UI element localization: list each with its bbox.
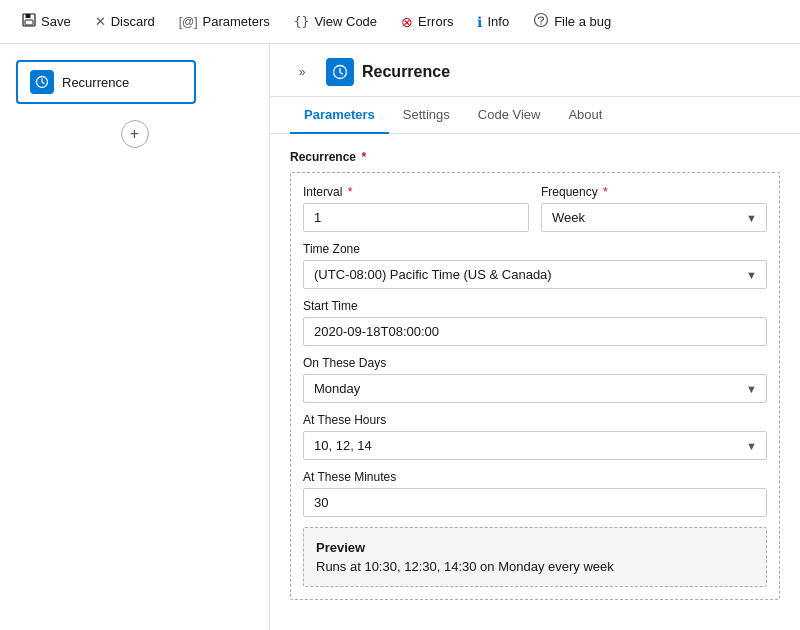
interval-input[interactable] <box>303 203 529 232</box>
errors-icon: ⊗ <box>401 14 413 30</box>
save-label: Save <box>41 14 71 29</box>
expand-button[interactable]: » <box>290 60 314 84</box>
interval-field-group: Interval * <box>303 185 529 232</box>
svg-rect-2 <box>25 20 33 25</box>
onthesedays-label: On These Days <box>303 356 767 370</box>
errors-label: Errors <box>418 14 453 29</box>
info-icon: ℹ <box>477 14 482 30</box>
filebug-label: File a bug <box>554 14 611 29</box>
timezone-select-wrapper: (UTC-08:00) Pacific Time (US & Canada) (… <box>303 260 767 289</box>
preview-text: Runs at 10:30, 12:30, 14:30 on Monday ev… <box>316 559 754 574</box>
atthesehours-label: At These Hours <box>303 413 767 427</box>
starttime-label: Start Time <box>303 299 767 313</box>
starttime-input[interactable] <box>303 317 767 346</box>
parameters-button[interactable]: [@] Parameters <box>169 9 280 34</box>
attheseminutes-label: At These Minutes <box>303 470 767 484</box>
frequency-select-wrapper: Week Day Hour Minute Month ▼ <box>541 203 767 232</box>
recurrence-icon <box>30 70 54 94</box>
starttime-field-group: Start Time <box>303 299 767 346</box>
recurrence-dashed-box: Interval * Frequency * Week Day Hour <box>290 172 780 600</box>
save-icon <box>22 13 36 30</box>
form-area: Recurrence * Interval * Frequency * <box>270 134 800 620</box>
tab-settings[interactable]: Settings <box>389 97 464 134</box>
atthesehours-select[interactable]: 10, 12, 14 9, 10, 11 8, 12 <box>303 431 767 460</box>
viewcode-label: View Code <box>314 14 377 29</box>
frequency-label: Frequency * <box>541 185 767 199</box>
right-panel: » Recurrence Parameters Settings Code Vi… <box>270 44 800 630</box>
panel-title: Recurrence <box>362 63 450 81</box>
attheseminutes-field-group: At These Minutes <box>303 470 767 517</box>
viewcode-icon: {} <box>294 14 310 29</box>
preview-box: Preview Runs at 10:30, 12:30, 14:30 on M… <box>303 527 767 587</box>
expand-icon: » <box>299 65 306 79</box>
timezone-field-group: Time Zone (UTC-08:00) Pacific Time (US &… <box>303 242 767 289</box>
frequency-select[interactable]: Week Day Hour Minute Month <box>541 203 767 232</box>
attheseminutes-input[interactable] <box>303 488 767 517</box>
add-icon: + <box>130 125 139 143</box>
filebug-icon <box>533 12 549 31</box>
panel-header: » Recurrence <box>270 44 800 97</box>
save-button[interactable]: Save <box>12 8 81 35</box>
svg-rect-1 <box>26 14 31 18</box>
tab-about[interactable]: About <box>554 97 616 134</box>
preview-title: Preview <box>316 540 754 555</box>
errors-button[interactable]: ⊗ Errors <box>391 9 463 35</box>
discard-label: Discard <box>111 14 155 29</box>
main-layout: Recurrence + » Recurrence Parameters Set… <box>0 44 800 630</box>
left-panel: Recurrence + <box>0 44 270 630</box>
tab-codeview[interactable]: Code View <box>464 97 555 134</box>
recurrence-section-label: Recurrence * <box>290 150 780 164</box>
atthesehours-field-group: At These Hours 10, 12, 14 9, 10, 11 8, 1… <box>303 413 767 460</box>
timezone-label: Time Zone <box>303 242 767 256</box>
interval-label: Interval * <box>303 185 529 199</box>
viewcode-button[interactable]: {} View Code <box>284 9 387 34</box>
toolbar: Save ✕ Discard [@] Parameters {} View Co… <box>0 0 800 44</box>
recurrence-node[interactable]: Recurrence <box>16 60 196 104</box>
recurrence-node-label: Recurrence <box>62 75 129 90</box>
atthesehours-select-wrapper: 10, 12, 14 9, 10, 11 8, 12 ▼ <box>303 431 767 460</box>
onthesedays-select-wrapper: Monday Tuesday Wednesday Thursday Friday… <box>303 374 767 403</box>
parameters-icon: [@] <box>179 15 198 29</box>
discard-button[interactable]: ✕ Discard <box>85 9 165 34</box>
onthesedays-field-group: On These Days Monday Tuesday Wednesday T… <box>303 356 767 403</box>
tab-parameters[interactable]: Parameters <box>290 97 389 134</box>
add-step-button[interactable]: + <box>121 120 149 148</box>
parameters-label: Parameters <box>203 14 270 29</box>
interval-frequency-row: Interval * Frequency * Week Day Hour <box>303 185 767 242</box>
frequency-field-group: Frequency * Week Day Hour Minute Month ▼ <box>541 185 767 232</box>
filebug-button[interactable]: File a bug <box>523 7 621 36</box>
info-button[interactable]: ℹ Info <box>467 9 519 35</box>
discard-icon: ✕ <box>95 14 106 29</box>
tabs: Parameters Settings Code View About <box>270 97 800 134</box>
svg-point-4 <box>540 23 542 25</box>
timezone-select[interactable]: (UTC-08:00) Pacific Time (US & Canada) (… <box>303 260 767 289</box>
onthesedays-select[interactable]: Monday Tuesday Wednesday Thursday Friday… <box>303 374 767 403</box>
info-label: Info <box>487 14 509 29</box>
panel-header-icon <box>326 58 354 86</box>
